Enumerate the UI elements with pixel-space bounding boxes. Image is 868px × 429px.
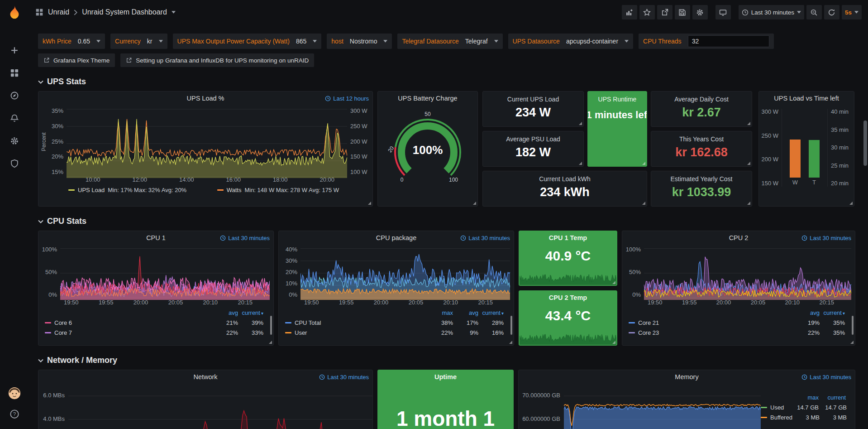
panel-title[interactable]: CPU 2 Temp xyxy=(549,294,587,301)
panel-title[interactable]: CPU 1 xyxy=(146,234,166,241)
panel-title[interactable]: Network xyxy=(193,373,217,381)
legend-scrollbar[interactable] xyxy=(510,316,512,335)
dashboard-link-ups-monitoring-guide[interactable]: Setting up Grafana and InfluxDB for UPS … xyxy=(120,53,314,67)
legend-entry[interactable]: Buffered 3 MB 3 MB xyxy=(761,412,850,422)
ups-load-chart[interactable] xyxy=(67,108,347,178)
x-axis-tick: 20:15 xyxy=(478,299,493,306)
chevron-down-icon[interactable] xyxy=(625,40,629,43)
dashboard-settings-button[interactable] xyxy=(692,5,708,19)
legend-column-header[interactable]: current xyxy=(820,309,845,316)
legend-entry[interactable]: Watts Min: 148 W Max: 278 W Avg: 175 W xyxy=(217,187,339,193)
cycle-view-mode-button[interactable] xyxy=(715,5,731,19)
variable-value-dropdown[interactable]: Nostromo xyxy=(350,38,377,45)
panel-title[interactable]: Uptime xyxy=(434,373,457,381)
legend-entry[interactable]: Core 6 21% 39% xyxy=(45,318,267,328)
breadcrumb-app[interactable]: Unraid xyxy=(48,8,69,16)
legend-column-header[interactable]: avg xyxy=(453,309,478,316)
panel-title[interactable]: UPS Battery Charge xyxy=(398,95,457,102)
cpu2-chart[interactable] xyxy=(644,246,851,300)
y-axis-tick: 300 W xyxy=(350,108,369,114)
cpu1-chart[interactable] xyxy=(60,246,270,300)
y-axis-tick: 200 W xyxy=(350,139,369,145)
sidebar-item-dashboards[interactable] xyxy=(6,66,23,80)
panel-title[interactable]: Memory xyxy=(675,373,698,381)
memory-chart[interactable] xyxy=(564,384,761,429)
cpu-package-chart[interactable] xyxy=(300,246,510,300)
legend-entry[interactable]: Core 7 22% 33% xyxy=(45,328,267,337)
section-cpu-stats[interactable]: CPU Stats xyxy=(38,217,859,226)
y-axis-tick: 25 min xyxy=(831,163,851,169)
panel-time-override: Last 30 minutes xyxy=(801,235,851,241)
legend-entry[interactable]: Core 21 19% 35% xyxy=(629,318,849,328)
chevron-down-icon[interactable] xyxy=(313,40,317,43)
legend-column-header[interactable]: avg xyxy=(794,309,820,316)
page-scrollbar[interactable] xyxy=(863,121,867,166)
refresh-interval-picker[interactable]: 5s xyxy=(842,5,862,19)
stat-current-load-kwh: Current Load kWh 234 kWh xyxy=(482,171,647,207)
time-range-picker[interactable]: Last 30 minutes xyxy=(739,5,804,19)
grafana-logo-icon[interactable] xyxy=(0,0,29,24)
variable-value-dropdown[interactable]: 0.65 xyxy=(78,38,90,45)
panel-title[interactable]: CPU 1 Temp xyxy=(549,234,587,241)
cpu-threads-input[interactable] xyxy=(688,35,769,47)
legend-current-value: 35% xyxy=(820,319,845,326)
variable-value-dropdown[interactable]: Telegraf xyxy=(465,38,488,45)
variable-kwh-price: kWh Price 0.65 xyxy=(38,34,105,49)
legend-column-header[interactable]: avg xyxy=(213,309,238,316)
chevron-down-icon[interactable] xyxy=(159,40,163,43)
share-dashboard-button[interactable] xyxy=(657,5,672,19)
y-axis-tick: 70.000000 GB xyxy=(522,392,560,399)
time-range-label: Last 30 minutes xyxy=(751,9,794,16)
sidebar-item-explore[interactable] xyxy=(6,89,23,102)
stat-average-psu-load: Average PSU Load 182 W xyxy=(482,131,584,167)
sidebar-item-server-admin[interactable] xyxy=(6,157,23,170)
legend-scrollbar[interactable] xyxy=(270,316,272,335)
sidebar-item-configuration[interactable] xyxy=(6,134,23,148)
star-dashboard-button[interactable] xyxy=(639,5,655,19)
legend-entry[interactable]: CPU Total 38% 17% 28% xyxy=(285,318,507,328)
legend-column-header[interactable]: current xyxy=(819,394,847,401)
variable-value-dropdown[interactable]: apcupsd-container xyxy=(566,38,618,45)
save-dashboard-button[interactable] xyxy=(675,5,690,19)
chevron-down-icon[interactable] xyxy=(172,11,176,14)
legend-entry[interactable]: Core 23 22% 35% xyxy=(629,328,849,337)
y-axis-left: 100%50%0% xyxy=(40,246,60,298)
panel-title[interactable]: CPU package xyxy=(376,234,416,241)
panel-title[interactable]: CPU 2 xyxy=(729,234,749,241)
bar-plot[interactable]: W T xyxy=(782,109,828,187)
help-icon[interactable]: ? xyxy=(6,407,23,421)
sidebar-item-create[interactable] xyxy=(6,43,23,57)
chevron-down-icon[interactable] xyxy=(96,40,100,43)
legend-current-value: 39% xyxy=(238,319,263,326)
legend-current-value: 35% xyxy=(820,329,845,336)
legend-scrollbar[interactable] xyxy=(852,316,854,335)
section-network-memory[interactable]: Network / Memory xyxy=(38,356,859,365)
panel-title[interactable]: UPS Load vs Time left xyxy=(774,95,839,102)
sidebar-item-alerting[interactable] xyxy=(6,111,23,125)
panel-title[interactable]: UPS Load % xyxy=(186,95,224,102)
chevron-down-icon[interactable] xyxy=(383,40,387,43)
y-axis-left: 100%50%0% xyxy=(624,246,644,298)
variable-value-dropdown[interactable]: kr xyxy=(147,38,153,45)
svg-text:100: 100 xyxy=(449,177,458,183)
zoom-out-button[interactable] xyxy=(806,5,822,19)
cpu2-temp-sparkline xyxy=(520,331,616,345)
dashboard-link-grafana-plex-theme[interactable]: Grafana Plex Theme xyxy=(38,53,115,67)
chevron-down-icon[interactable] xyxy=(494,40,498,43)
legend-column-header[interactable]: current xyxy=(478,309,504,316)
legend-column-header[interactable]: max xyxy=(428,309,453,316)
bar-label: T xyxy=(812,178,816,187)
template-variables-row: kWh Price 0.65 Currency kr UPS Max Outpu… xyxy=(38,34,859,49)
legend-column-header[interactable]: current xyxy=(238,309,263,316)
legend-entry[interactable]: User 22% 9% 16% xyxy=(285,328,507,337)
section-ups-stats[interactable]: UPS Stats xyxy=(38,77,859,87)
legend-entry[interactable]: Used 14.7 GB 14.7 GB xyxy=(761,402,850,412)
variable-value-dropdown[interactable]: 865 xyxy=(296,38,306,45)
refresh-button[interactable] xyxy=(824,5,839,19)
user-avatar[interactable] xyxy=(6,386,23,400)
network-chart[interactable] xyxy=(68,384,372,429)
dashboard-title[interactable]: Unraid System Dashboard xyxy=(82,8,167,16)
legend-column-header[interactable]: max xyxy=(791,394,819,401)
add-panel-button[interactable] xyxy=(622,5,637,19)
legend-entry[interactable]: UPS Load Min: 17% Max: 32% Avg: 20% xyxy=(68,187,186,193)
